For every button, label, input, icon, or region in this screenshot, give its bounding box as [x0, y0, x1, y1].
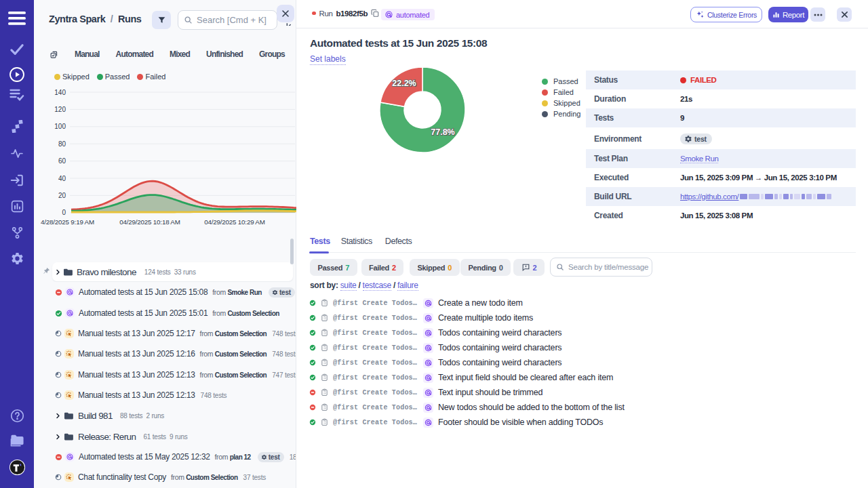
svg-text:140: 140 — [54, 89, 66, 96]
svg-text:100: 100 — [54, 123, 66, 130]
svg-text:60: 60 — [58, 157, 66, 165]
svg-text:22.2%: 22.2% — [392, 79, 416, 88]
svg-text:40: 40 — [58, 175, 66, 182]
svg-text:0: 0 — [62, 209, 66, 216]
svg-text:77.8%: 77.8% — [431, 127, 454, 137]
svg-text:80: 80 — [58, 140, 66, 148]
svg-text:20: 20 — [58, 192, 66, 199]
svg-text:04/29/2025 10:29 AM: 04/29/2025 10:29 AM — [204, 218, 264, 226]
svg-text:4/28/2025 9:19 AM: 4/28/2025 9:19 AM — [41, 218, 94, 226]
svg-text:04/29/2025 10:18 AM: 04/29/2025 10:18 AM — [119, 218, 180, 226]
svg-text:120: 120 — [54, 106, 66, 113]
